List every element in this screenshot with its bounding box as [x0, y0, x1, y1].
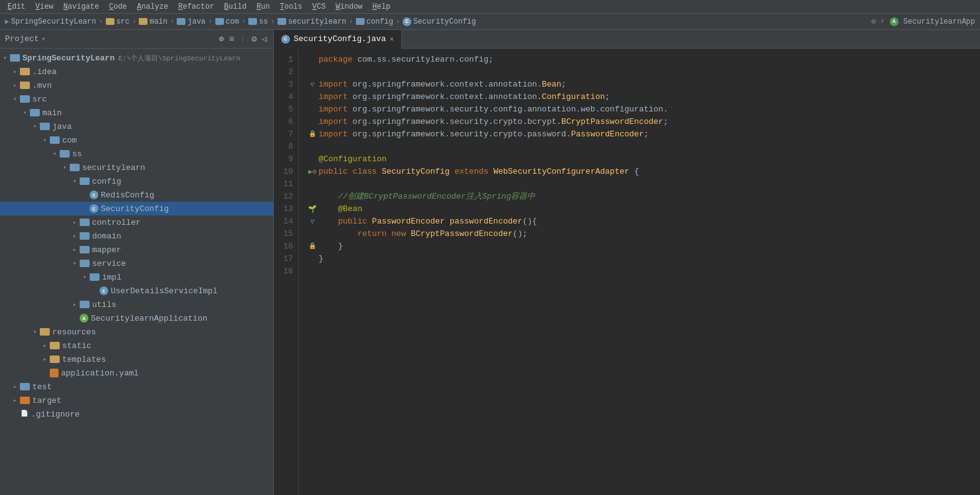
tree-item-static[interactable]: static: [0, 339, 273, 352]
dropdown-arrow-icon[interactable]: ▾: [42, 35, 46, 43]
settings-icon[interactable]: ⚙: [250, 32, 258, 45]
tree-item-main[interactable]: main: [0, 106, 273, 120]
tree-label: SpringSecurityLearn: [22, 54, 114, 63]
line-text: return new BCryptPasswordEncoder();: [319, 228, 980, 240]
tree-item-com[interactable]: com: [0, 133, 273, 147]
breadcrumb-com[interactable]: com: [215, 17, 240, 26]
fold-icon[interactable]: ▽: [306, 215, 319, 228]
breadcrumb-main[interactable]: main: [139, 17, 167, 26]
tree-item-impl[interactable]: impl: [0, 270, 273, 284]
menu-analyze[interactable]: Analyze: [132, 1, 173, 12]
tree-label: .mvn: [32, 81, 52, 90]
lock-icon: 🔒: [306, 240, 319, 253]
tree-item-mapper[interactable]: mapper: [0, 243, 273, 257]
file-icon: 📄: [20, 410, 29, 418]
tree-item-gitignore[interactable]: 📄.gitignore: [0, 407, 273, 421]
folder-blue-icon: [40, 123, 50, 130]
tree-item-securitylearn[interactable]: securitylearn: [0, 161, 273, 174]
menu-help[interactable]: Help: [368, 1, 396, 12]
tree-item-service[interactable]: service: [0, 257, 273, 270]
tree-item-domain[interactable]: domain: [0, 229, 273, 243]
line-number: 5: [279, 103, 293, 116]
tree-item-test[interactable]: test: [0, 380, 273, 394]
folder-icon: [215, 18, 224, 25]
run-icon[interactable]: ▶⚙: [306, 166, 319, 178]
breadcrumb-project[interactable]: ▶ SpringSecurityLearn: [5, 17, 96, 26]
line-text: import org.springframework.context.annot…: [319, 78, 980, 91]
tree-item-java[interactable]: java: [0, 120, 273, 133]
folder-icon: [278, 18, 286, 25]
tree-item-idea[interactable]: .idea: [0, 65, 273, 78]
tree-item-controller[interactable]: controller: [0, 215, 273, 229]
tree-label: config: [92, 177, 121, 186]
breadcrumb-bar: ▶ SpringSecurityLearn › src › main › jav…: [0, 14, 980, 30]
tree-item-templates[interactable]: templates: [0, 352, 273, 366]
code-line: 🔒import org.springframework.security.cry…: [306, 128, 980, 141]
line-text: import org.springframework.security.conf…: [319, 103, 980, 116]
tree-label: application.yaml: [61, 369, 139, 378]
menu-tools[interactable]: Tools: [275, 1, 307, 12]
tree-label: UserDetailsServiceImpl: [111, 286, 218, 296]
tree-item-UserDetailsServiceImpl[interactable]: CUserDetailsServiceImpl: [0, 284, 273, 298]
menu-build[interactable]: Build: [219, 1, 251, 12]
tab-class-icon: C: [281, 35, 290, 44]
folder-blue-icon: [80, 301, 90, 308]
code-line: 🌱 @Bean: [306, 203, 980, 215]
folder-icon: [248, 18, 257, 25]
tree-item-utils[interactable]: utils: [0, 298, 273, 311]
locate-icon[interactable]: ⊕: [217, 32, 225, 45]
breadcrumb-config[interactable]: config: [356, 17, 393, 26]
code-line: [306, 178, 980, 191]
menu-navigate[interactable]: Navigate: [58, 1, 105, 12]
tree-item-resources[interactable]: resources: [0, 325, 273, 339]
code-line: @Configuration: [306, 153, 980, 166]
project-panel-title: Project ▾: [5, 34, 45, 44]
line-text: //创建BCryptPasswordEncoder注入Spring容器中: [319, 191, 980, 203]
breadcrumb-securityconfig[interactable]: C SecurityConfig: [403, 17, 476, 26]
line-text: import org.springframework.security.cryp…: [319, 116, 980, 128]
tree-label: domain: [92, 232, 121, 241]
tree-item-RedisConfig[interactable]: CRedisConfig: [0, 188, 273, 202]
code-content[interactable]: package com.ss.securitylearn.config; ▽im…: [299, 49, 980, 495]
tab-securityconfig[interactable]: C SecurityConfig.java ✕: [274, 30, 402, 49]
code-editor: 123456789101112131415161718 package com.…: [274, 49, 980, 495]
tree-item-SecurityConfig[interactable]: CSecurityConfig: [0, 202, 273, 215]
bean-icon: 🌱: [306, 203, 319, 215]
breadcrumb-securitylearn[interactable]: securitylearn: [278, 17, 347, 26]
menu-edit[interactable]: Edit: [2, 1, 30, 12]
code-line: ▶⚙public class SecurityConfig extends We…: [306, 166, 980, 178]
tree-item-applicationyaml[interactable]: application.yaml: [0, 366, 273, 380]
tree-label: src: [32, 95, 47, 104]
tree-label: utils: [92, 300, 116, 309]
tree-label: SecuritylearnApplication: [91, 314, 207, 323]
tree-item-config[interactable]: config: [0, 174, 273, 188]
code-line: [306, 265, 980, 278]
tab-close-icon[interactable]: ✕: [390, 35, 394, 43]
folder-brown-icon: [50, 356, 60, 363]
tree-item-src[interactable]: src: [0, 92, 273, 106]
project-tree: SpringSecurityLearnE:\个人项目\SpringSecurit…: [0, 49, 273, 495]
tree-item-target[interactable]: target: [0, 394, 273, 407]
tree-item-root[interactable]: SpringSecurityLearnE:\个人项目\SpringSecurit…: [0, 51, 273, 65]
menu-run[interactable]: Run: [251, 1, 275, 12]
line-text: [319, 66, 980, 78]
code-line: import org.springframework.security.cryp…: [306, 116, 980, 128]
hide-panel-icon[interactable]: ◁: [261, 32, 268, 45]
tree-label: RedisConfig: [101, 191, 154, 200]
fold-icon[interactable]: ▽: [306, 78, 319, 91]
tree-item-SecuritylearnApplication[interactable]: ASecuritylearnApplication: [0, 311, 273, 325]
menu-window[interactable]: Window: [330, 1, 367, 12]
tree-item-ss[interactable]: ss: [0, 147, 273, 161]
menu-refactor[interactable]: Refactor: [173, 1, 219, 12]
collapse-icon[interactable]: ≡: [228, 33, 235, 45]
menu-code[interactable]: Code: [104, 1, 132, 12]
class-icon: C: [403, 17, 411, 26]
menu-view[interactable]: View: [30, 1, 58, 12]
menu-vcs[interactable]: VCS: [307, 1, 331, 12]
breadcrumb-java[interactable]: java: [177, 17, 205, 26]
folder-orange-icon: [20, 397, 30, 404]
tree-label: impl: [102, 273, 121, 282]
tree-item-mvn[interactable]: .mvn: [0, 78, 273, 92]
breadcrumb-src[interactable]: src: [106, 17, 130, 26]
breadcrumb-ss[interactable]: ss: [248, 17, 268, 26]
